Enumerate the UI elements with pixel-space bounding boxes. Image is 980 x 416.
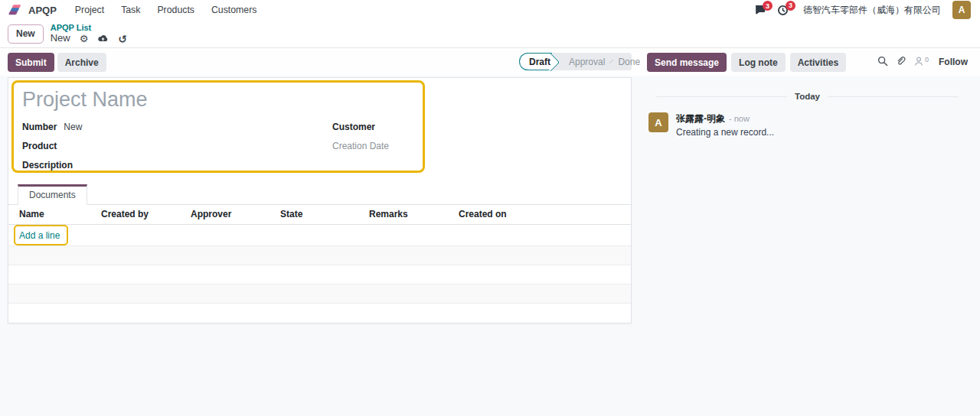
creation-date-field[interactable] [389, 139, 415, 153]
messages-icon[interactable]: 3 [754, 5, 766, 15]
app-logo-icon[interactable] [6, 2, 23, 18]
onboarding-highlight-box: Number New Product Description Customer [11, 80, 425, 173]
followers-icon[interactable]: 0 [913, 56, 929, 67]
add-a-line-link[interactable]: Add a line [19, 230, 60, 241]
top-bar: APQP Project Task Products Customers 3 [0, 0, 980, 48]
app-brand[interactable]: APQP [28, 5, 57, 16]
col-header-created-on: Created on [459, 205, 631, 224]
product-label: Product [22, 141, 57, 151]
col-header-created-by: Created by [101, 205, 191, 224]
nav-item-customers[interactable]: Customers [203, 5, 265, 15]
product-field[interactable] [57, 139, 332, 153]
add-line-row: Add a line [8, 224, 631, 245]
main-navbar: APQP Project Task Products Customers 3 [0, 0, 980, 20]
col-header-remarks: Remarks [369, 205, 459, 224]
table-row [8, 303, 631, 326]
chatter-message: A 张露露-明象 - now Creating a new record... [647, 112, 968, 138]
control-panel: Submit Archive Draft Approval Done Send … [0, 48, 980, 76]
activities-clock-icon[interactable]: 3 [777, 5, 789, 16]
send-message-button[interactable]: Send message [647, 53, 727, 72]
project-name-input[interactable] [22, 86, 415, 113]
chatter-panel: Today A 张露露-明象 - now Creating a new reco… [647, 76, 980, 416]
table-row [8, 265, 631, 284]
tab-documents[interactable]: Documents [18, 184, 87, 205]
table-row [8, 284, 631, 303]
nav-item-task[interactable]: Task [113, 5, 149, 15]
col-header-name: Name [8, 205, 101, 224]
message-body: Creating a new record... [676, 127, 774, 138]
onboarding-highlight-add-line: Add a line [14, 225, 68, 245]
activities-badge: 3 [786, 1, 795, 11]
discard-undo-icon[interactable]: ↺ [118, 34, 127, 44]
breadcrumb: New APQP List New ⚙ ↺ [0, 20, 980, 47]
table-header-row: Name Created by Approver State Remarks C… [8, 205, 631, 224]
message-author-name[interactable]: 张露露-明象 [676, 112, 725, 125]
notebook-tabs: Documents [8, 184, 631, 205]
search-icon[interactable] [877, 56, 888, 67]
user-avatar[interactable]: A [952, 1, 971, 19]
cloud-save-icon[interactable] [97, 34, 109, 43]
message-author-avatar[interactable]: A [648, 112, 668, 132]
message-timestamp: - now [729, 114, 750, 123]
breadcrumb-current: New [51, 33, 70, 44]
paperclip-icon[interactable] [895, 55, 906, 67]
main-menu: Project Task Products Customers [67, 5, 266, 15]
number-label: Number [22, 122, 57, 132]
nav-item-products[interactable]: Products [149, 5, 203, 15]
col-header-approver: Approver [191, 205, 280, 224]
activities-button[interactable]: Activities [790, 53, 846, 72]
company-name[interactable]: 德智汽车零部件（威海）有限公司 [803, 4, 941, 17]
nav-item-project[interactable]: Project [67, 5, 113, 15]
submit-button[interactable]: Submit [8, 53, 54, 72]
creation-date-label: Creation Date [332, 141, 389, 151]
followers-count: 0 [925, 56, 929, 63]
gear-icon[interactable]: ⚙ [80, 34, 89, 44]
breadcrumb-parent-link[interactable]: APQP List [51, 23, 127, 32]
statusbar-step-draft[interactable]: Draft [519, 53, 552, 70]
table-row [8, 245, 631, 265]
new-button[interactable]: New [8, 24, 44, 44]
archive-button[interactable]: Archive [57, 53, 106, 72]
statusbar-step-done[interactable]: Done [612, 57, 649, 67]
customer-field[interactable] [375, 120, 415, 134]
form-sheet: Number New Product Description Customer [8, 77, 632, 323]
log-note-button[interactable]: Log note [731, 53, 786, 72]
col-header-state: State [280, 205, 369, 224]
content-area: Number New Product Description Customer [0, 76, 980, 416]
messages-badge: 3 [763, 1, 773, 11]
today-label: Today [795, 92, 820, 101]
follow-button[interactable]: Follow [939, 57, 968, 67]
statusbar-step-approval[interactable]: Approval [563, 57, 611, 67]
customer-label: Customer [332, 122, 375, 132]
description-label: Description [22, 160, 73, 171]
documents-table: Name Created by Approver State Remarks C… [8, 205, 631, 326]
description-field[interactable] [73, 158, 332, 172]
statusbar: Draft Approval Done [519, 53, 632, 70]
today-divider: Today [656, 92, 959, 101]
number-value[interactable]: New [64, 122, 82, 132]
